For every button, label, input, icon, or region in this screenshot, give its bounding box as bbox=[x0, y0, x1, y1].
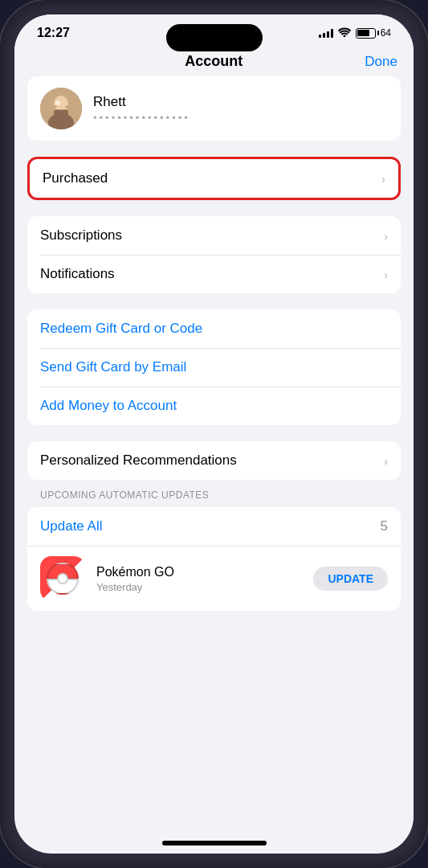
menu-section-1: Subscriptions › Notifications › bbox=[27, 216, 401, 293]
profile-name: Rhett bbox=[93, 94, 388, 110]
redeem-gift-card-row[interactable]: Redeem Gift Card or Code bbox=[27, 309, 401, 348]
svg-rect-7 bbox=[55, 109, 67, 111]
status-icons: 64 bbox=[319, 27, 391, 39]
svg-rect-6 bbox=[65, 105, 70, 108]
home-indicator[interactable] bbox=[162, 841, 267, 845]
battery-percent: 64 bbox=[381, 27, 391, 39]
redeem-gift-card-label: Redeem Gift Card or Code bbox=[40, 321, 202, 337]
profile-row[interactable]: Rhett •••••••••••••••• bbox=[27, 76, 401, 141]
update-all-label: Update All bbox=[40, 518, 103, 534]
send-gift-card-row[interactable]: Send Gift Card by Email bbox=[27, 348, 401, 387]
subscriptions-chevron: › bbox=[384, 229, 388, 243]
profile-info: Rhett •••••••••••••••• bbox=[93, 94, 388, 124]
phone-frame: 12:27 bbox=[0, 0, 428, 868]
wifi-icon bbox=[338, 27, 351, 39]
page-title: Account bbox=[185, 53, 243, 70]
pokemon-go-name: Pokémon GO bbox=[96, 565, 302, 579]
pokemon-go-update-button[interactable]: UPDATE bbox=[313, 567, 388, 591]
profile-section: Rhett •••••••••••••••• bbox=[27, 76, 401, 141]
purchased-row[interactable]: Purchased › bbox=[30, 159, 398, 198]
pokemon-go-info: Pokémon GO Yesterday bbox=[96, 565, 302, 593]
add-money-label: Add Money to Account bbox=[40, 398, 177, 414]
dynamic-island bbox=[166, 24, 263, 51]
pokemon-go-row: Pokémon GO Yesterday UPDATE bbox=[27, 546, 401, 611]
subscriptions-label: Subscriptions bbox=[40, 227, 122, 244]
svg-rect-5 bbox=[52, 105, 57, 108]
updates-section-label: UPCOMING AUTOMATIC UPDATES bbox=[27, 489, 401, 507]
purchased-label: Purchased bbox=[43, 170, 108, 186]
battery-icon: 64 bbox=[356, 27, 391, 39]
profile-email: •••••••••••••••• bbox=[93, 112, 388, 124]
purchased-chevron: › bbox=[381, 172, 385, 186]
update-all-row[interactable]: Update All 5 bbox=[27, 507, 401, 546]
svg-point-4 bbox=[55, 100, 60, 105]
avatar bbox=[40, 88, 82, 129]
menu-section-2: Redeem Gift Card or Code Send Gift Card … bbox=[27, 309, 401, 425]
notifications-label: Notifications bbox=[40, 266, 115, 282]
personalized-recommendations-row[interactable]: Personalized Recommendations › bbox=[27, 441, 401, 480]
notifications-row[interactable]: Notifications › bbox=[27, 255, 401, 293]
scroll-content: Rhett •••••••••••••••• Purchased › Subsc… bbox=[14, 76, 414, 834]
personalized-recommendations-chevron: › bbox=[384, 454, 388, 468]
notifications-chevron: › bbox=[384, 268, 388, 281]
add-money-row[interactable]: Add Money to Account bbox=[27, 387, 401, 425]
personalized-recommendations-label: Personalized Recommendations bbox=[40, 452, 237, 469]
phone-screen: 12:27 bbox=[14, 14, 414, 854]
pokemon-go-date: Yesterday bbox=[96, 581, 302, 593]
done-button[interactable]: Done bbox=[365, 54, 397, 70]
purchased-section: Purchased › bbox=[27, 157, 401, 200]
menu-section-3: Personalized Recommendations › bbox=[27, 441, 401, 480]
pokemon-go-icon bbox=[40, 556, 85, 601]
subscriptions-row[interactable]: Subscriptions › bbox=[27, 216, 401, 255]
status-time: 12:27 bbox=[37, 26, 70, 40]
signal-icon bbox=[319, 28, 333, 38]
updates-section: Update All 5 Pokémon GO Yesterday UPDATE bbox=[27, 507, 401, 611]
send-gift-card-label: Send Gift Card by Email bbox=[40, 359, 186, 375]
update-count: 5 bbox=[381, 518, 388, 534]
svg-rect-3 bbox=[54, 110, 68, 123]
